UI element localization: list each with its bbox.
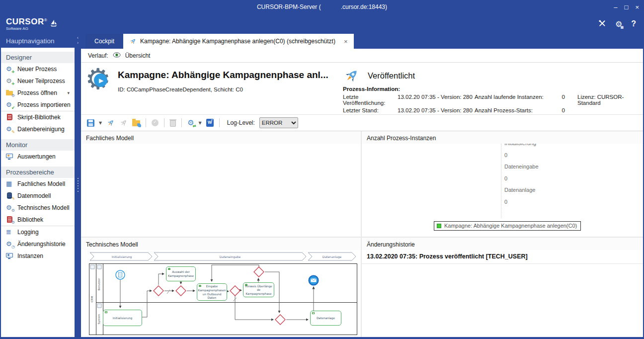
gateway[interactable] [154,286,163,296]
eye-icon [113,52,121,59]
change-history-icon: ⚙◷ [6,240,14,248]
running-instances-label: Anzahl laufende Instanzen: [475,94,544,106]
log-level-select[interactable]: ERROR [259,117,298,128]
business-model-icon: ▦ [6,180,14,188]
status-badge: Veröffentlicht [368,71,415,81]
cursor-logo: CURSOR® Software AG [6,17,58,31]
gateway[interactable] [254,267,264,277]
sidebar-item-datenbereinigung[interactable]: ⚙✎ Datenbereinigung [1,123,75,135]
sidebar-item-neuer-prozess[interactable]: ⚙+ Neuer Prozess [1,63,75,75]
sidebar: Hauptnavigation Designer ⚙+ Neuer Prozes… [1,34,75,337]
last-state-value: 13.02.20 07:35 - Version: 280 [398,107,475,113]
bpmn-task-auswahl[interactable]: Auswahl der Kampagnenphase [166,266,196,281]
process-gear-play-icon: ⚙ ▶ [86,67,115,95]
tools-icon[interactable] [598,19,606,29]
end-event[interactable] [309,276,319,285]
gateway[interactable] [176,286,186,296]
sidebar-item-skript-bibliothek[interactable]: Skript-Bibliothek [1,111,75,123]
save-menu-caret-icon[interactable]: ▼ [99,121,102,125]
start-event[interactable] [116,270,125,279]
export-gear-button[interactable]: ⚙⇄ [187,119,194,127]
bpmn-task-initialisierung[interactable]: Initialisierung [103,310,142,326]
panel-prozess-instanzen: Anzahl Prozess-Instanzen Initialisierung… [362,131,643,237]
bpmn-task-hinweis[interactable]: Hinweis Überlänge de Kampagnenphase [243,282,274,297]
delete-button[interactable] [170,120,176,127]
bpmn-task-eingabe[interactable]: Eingabe Kampagnenphasen un Outbound Date… [197,283,227,301]
instances-chart: Initialisierung 0 Dateneingabe 0 Datenan… [362,144,643,235]
title-bar: CURSOR-BPM-Server ( .cursor.de:18443) – … [0,0,644,14]
sidebar-collapse-strip[interactable]: ‹› [75,34,81,337]
user-task-icon [245,284,247,286]
process-meta: ID: C0CampPhaseCreateDependent, Schicht:… [118,86,243,92]
maximize-button[interactable]: □ [625,4,629,10]
chart-value: 0 [504,175,539,182]
admin-gear-icon[interactable]: ⚙■ [615,19,622,29]
breadcrumb-bar: Verlauf: Übersicht [81,49,643,63]
history-entry[interactable]: 13.02.2020 07:35: Prozess veröffentlicht… [362,250,643,264]
sidebar-item-prozess-importieren[interactable]: ⚙↙ Prozess importieren [1,99,75,111]
data-model-icon: ✎ [6,192,14,200]
sidebar-section-monitor: Monitor [1,139,75,151]
save-button[interactable] [87,119,94,127]
panel-title: Fachliches Modell [81,131,361,144]
data-cleanup-icon: ⚙✎ [6,125,14,133]
sidebar-item-prozess-oeffnen[interactable]: ⚙ Prozess öffnen ▾ [1,87,75,99]
sidebar-section-prozessbereiche: Prozessbereiche [1,167,75,178]
process-header: ⚙ ▶ Kampagne: Abhängige Kampagnenphase a… [81,63,643,114]
tab-kampagne[interactable]: Kampagne: Abhängige Kampagnenphase anleg… [123,34,354,49]
sidebar-item-datenmodell[interactable]: ✎ Datenmodell [1,190,75,202]
window-title: CURSOR-BPM-Server ( .cursor.de:18443) [257,3,387,10]
phase-label: Datenanlage [322,255,342,259]
tab-strip: Cockpit Kampagne: Abhängige Kampagnenpha… [81,34,643,49]
library-icon: ⚙ [6,216,14,224]
last-state-label: Letzter Stand: [343,107,398,113]
sidebar-item-instanzen[interactable]: Instanzen [1,250,75,262]
tab-cockpit[interactable]: Cockpit [85,34,123,49]
validate-button[interactable] [152,119,159,126]
open-published-button[interactable] [132,120,140,126]
collapse-chevrons-icon[interactable]: ‹› [75,35,81,45]
script-library-icon [6,113,14,121]
dashboard-grid: Fachliches Modell Anzahl Prozess-Instanz… [81,131,643,337]
published-rocket-icon [343,68,360,86]
sidebar-item-neuer-teilprozess[interactable]: ⚙+ Neuer Teilprozess [1,75,75,87]
app-actions: ⚙■ ? [598,19,636,29]
script-task-icon [312,312,315,315]
logging-icon: ≣ [6,228,14,236]
process-info-heading: Prozess-Information: [343,86,400,92]
legend-swatch [437,224,441,228]
sidebar-item-aenderungshistorie[interactable]: ⚙◷ Änderungshistorie [1,238,75,250]
process-info: Letzte Veröffentlichung: 13.02.20 07:35 … [343,94,643,113]
publish-rocket-button[interactable] [106,119,115,127]
minimize-button[interactable]: – [614,4,617,10]
script-task-icon [105,311,107,314]
last-publish-value: 13.02.20 07:35 - Version: 280 [398,94,475,106]
chevron-down-icon[interactable]: ▾ [67,90,70,95]
word-export-button[interactable] [206,119,214,127]
gateway[interactable] [230,286,240,296]
tab-close-icon[interactable]: × [344,38,348,45]
sidebar-item-fachliches-modell[interactable]: ▦ Fachliches Modell [1,178,75,190]
license-value: Lizenz: CURSOR-Standard [577,94,643,106]
sidebar-item-technisches-modell[interactable]: ⚙⚙ Technisches Modell [1,202,75,214]
breadcrumb-uebersicht[interactable]: Übersicht [125,52,151,59]
sidebar-item-auswertungen[interactable]: Auswertungen [1,151,75,163]
unpublish-rocket-button[interactable] [119,119,128,127]
import-process-icon: ⚙↙ [6,101,14,109]
close-button[interactable]: × [635,4,639,10]
help-icon[interactable]: ? [631,19,636,28]
panel-title: Änderungshistorie [362,238,643,250]
bpmn-task-datenanlage[interactable]: Datenanlage [310,311,341,326]
process-starts-value: 0 [562,107,565,113]
drag-handle-icon[interactable] [75,177,81,192]
new-subprocess-icon: ⚙+ [6,77,14,85]
brand-reg: ® [44,17,47,22]
export-menu-caret-icon[interactable]: ▼ [199,121,202,125]
sailboat-icon [49,19,58,30]
sidebar-item-logging[interactable]: ≣ Logging [1,226,75,238]
gateway[interactable] [275,315,285,325]
last-publish-label: Letzte Veröffentlichung: [343,94,398,106]
chart-value: 0 [504,199,539,205]
bpmn-diagram: Initialisierung Dateneingabe Datenanlage [89,252,360,337]
sidebar-item-bibliothek[interactable]: ⚙ Bibliothek [1,214,75,226]
